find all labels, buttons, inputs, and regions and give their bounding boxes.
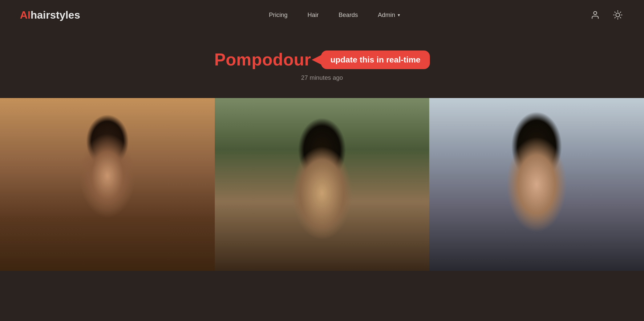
hero-title: Pompodour — [214, 50, 311, 69]
svg-point-59 — [502, 147, 582, 243]
svg-point-33 — [215, 98, 306, 180]
svg-point-41 — [278, 126, 366, 184]
svg-point-60 — [512, 216, 574, 249]
image-overlay-1 — [0, 98, 215, 271]
sun-svg — [613, 10, 622, 20]
svg-point-1 — [616, 13, 620, 17]
svg-line-4 — [615, 12, 615, 13]
svg-rect-49 — [429, 98, 644, 271]
svg-rect-54 — [484, 243, 590, 271]
svg-rect-16 — [0, 203, 215, 226]
svg-rect-11 — [0, 98, 215, 101]
svg-rect-18 — [0, 255, 215, 271]
svg-rect-57 — [531, 247, 542, 271]
svg-point-47 — [333, 193, 344, 201]
hero-title-row: Pompodour update this in real-time — [214, 50, 430, 69]
svg-rect-32 — [215, 160, 430, 271]
svg-point-34 — [323, 98, 429, 172]
nav-item-hair[interactable]: Hair — [307, 11, 319, 19]
svg-rect-15 — [0, 178, 215, 201]
svg-rect-55 — [463, 255, 611, 271]
navbar: AIhairstyles Pricing Hair Beards Admin ▾ — [0, 0, 644, 30]
svg-point-20 — [32, 255, 182, 271]
svg-point-40 — [289, 217, 354, 252]
svg-point-42 — [290, 124, 377, 176]
svg-rect-12 — [0, 103, 215, 126]
svg-point-46 — [300, 193, 311, 201]
svg-point-67 — [536, 205, 546, 212]
svg-line-9 — [620, 12, 621, 13]
hero-section: Pompodour update this in real-time 27 mi… — [0, 30, 644, 95]
svg-point-35 — [238, 98, 405, 151]
svg-point-26 — [84, 224, 130, 249]
image-card-3[interactable] — [429, 98, 644, 271]
callout-bubble: update this in real-time — [321, 51, 430, 69]
nav-links: Pricing Hair Beards Admin ▾ — [269, 11, 400, 19]
image-card-2[interactable] — [215, 98, 430, 271]
svg-point-0 — [594, 12, 597, 15]
svg-point-24 — [75, 131, 159, 184]
svg-point-27 — [87, 200, 97, 206]
svg-rect-50 — [429, 98, 644, 193]
svg-rect-56 — [525, 243, 548, 271]
image-grid — [0, 98, 644, 271]
svg-point-44 — [297, 219, 347, 248]
svg-point-63 — [492, 151, 542, 180]
svg-rect-13 — [0, 128, 215, 151]
svg-point-62 — [512, 124, 597, 174]
nav-item-beards[interactable]: Beards — [339, 11, 358, 19]
svg-rect-58 — [521, 235, 552, 254]
logo-rest: hairstyles — [31, 9, 80, 21]
user-icon[interactable] — [589, 9, 602, 21]
nav-item-admin[interactable]: Admin ▾ — [378, 11, 400, 19]
svg-point-53 — [529, 118, 644, 160]
hero-subtitle: 27 minutes ago — [301, 74, 343, 81]
svg-rect-51 — [429, 193, 644, 271]
svg-point-29 — [102, 212, 112, 219]
image-card-1[interactable] — [0, 98, 215, 271]
svg-rect-14 — [0, 153, 215, 176]
logo-ai: AI — [20, 9, 31, 21]
svg-point-61 — [499, 126, 584, 183]
svg-rect-38 — [306, 237, 338, 258]
svg-point-43 — [271, 152, 325, 183]
user-svg — [591, 10, 600, 20]
svg-point-23 — [65, 137, 149, 191]
svg-point-39 — [281, 147, 362, 247]
svg-point-28 — [118, 200, 128, 206]
person-svg-3 — [429, 98, 644, 271]
svg-rect-36 — [283, 243, 361, 271]
svg-rect-37 — [256, 255, 388, 271]
svg-rect-17 — [0, 228, 215, 253]
person-svg-2 — [215, 98, 430, 271]
admin-chevron-icon: ▾ — [398, 12, 400, 18]
svg-rect-19 — [90, 239, 125, 271]
person-svg-1 — [0, 98, 215, 271]
svg-line-8 — [615, 17, 615, 18]
image-overlay-3 — [429, 98, 644, 271]
svg-line-5 — [620, 17, 621, 18]
nav-item-pricing[interactable]: Pricing — [269, 11, 287, 19]
svg-point-25 — [62, 157, 113, 186]
svg-point-48 — [316, 206, 327, 213]
image-overlay-2 — [215, 98, 430, 271]
nav-icons — [589, 9, 624, 21]
svg-point-64 — [520, 219, 566, 242]
svg-rect-31 — [215, 98, 430, 160]
svg-point-22 — [76, 222, 138, 255]
svg-point-21 — [67, 157, 147, 253]
svg-rect-10 — [0, 98, 215, 271]
svg-rect-30 — [215, 98, 430, 271]
svg-point-52 — [429, 98, 567, 143]
svg-point-45 — [303, 232, 341, 250]
svg-point-65 — [522, 193, 532, 199]
theme-toggle-icon[interactable] — [611, 9, 624, 21]
svg-point-66 — [553, 191, 562, 197]
logo[interactable]: AIhairstyles — [20, 9, 80, 21]
